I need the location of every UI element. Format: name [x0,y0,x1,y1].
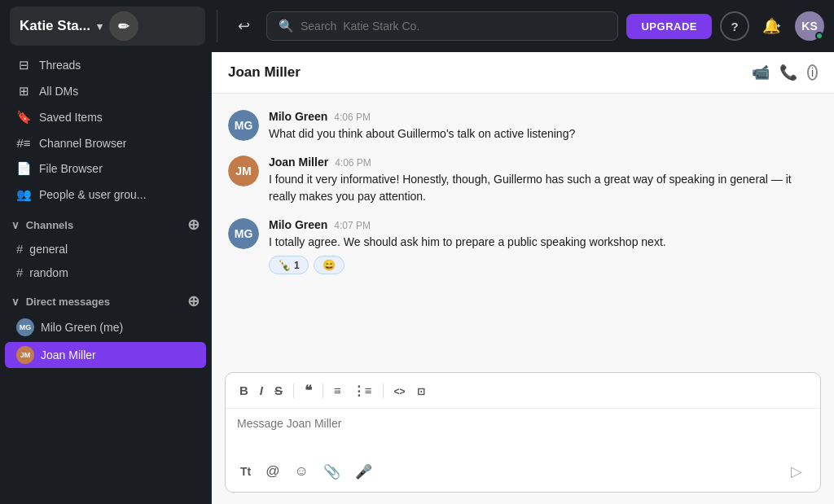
video-call-button[interactable]: 📹 [752,64,770,81]
text-format-button[interactable]: Tt [235,460,256,483]
phone-call-button[interactable]: 📞 [779,64,797,81]
emoji-button[interactable]: ☺ [289,460,313,483]
history-button[interactable]: ↩ [229,11,258,41]
msg-time-1: 4:06 PM [334,112,371,123]
sidebar-item-all-dms[interactable]: ⊞ All DMs [5,79,206,103]
avatar-milo-2: MG [228,218,259,249]
message-1: MG Milo Green 4:06 PM What did you think… [228,110,818,142]
chat-header: Joan Miller 📹 📞 i [212,52,834,94]
sidebar-item-threads[interactable]: ⊟ Threads [5,53,206,77]
help-icon: ? [731,20,738,33]
hash-icon: # [16,242,23,256]
help-button[interactable]: ? [720,11,749,41]
sidebar-item-threads-label: Threads [39,59,81,72]
user-avatar[interactable]: KS [795,11,824,41]
mention-button[interactable]: @ [261,460,284,483]
attach-button[interactable]: 📎 [318,460,345,484]
phone-icon: 📞 [779,64,797,81]
upgrade-button[interactable]: UPGRADE [626,14,712,39]
msg-content-2: Joan Miller 4:06 PM I found it very info… [269,156,818,205]
edit-button[interactable]: ✏ [109,11,138,41]
strikethrough-button[interactable]: S [270,381,287,400]
reaction-smile-emoji: 😄 [323,259,336,271]
reaction-smile[interactable]: 😄 [314,256,345,274]
input-footer-left: Tt @ ☺ 📎 🎤 [235,460,377,484]
search-input[interactable] [301,20,606,33]
sidebar-item-saved-items[interactable]: 🔖 Saved Items [5,105,206,129]
bold-button[interactable]: B [235,381,252,400]
sidebar-item-channel-browser-label: Channel Browser [39,137,126,150]
messages-area: MG Milo Green 4:06 PM What did you think… [212,94,834,372]
all-dms-icon: ⊞ [16,84,31,99]
code-block-button[interactable]: ⊡ [413,381,429,400]
dm-item-joan-miller[interactable]: JM Joan Miller [5,342,206,368]
search-icon: 🔍 [279,19,294,33]
text-format-icon: Tt [240,465,251,478]
msg-header-1: Milo Green 4:06 PM [269,110,818,123]
sidebar-item-file-browser[interactable]: 📄 File Browser [5,156,206,181]
send-icon: ▷ [791,462,802,480]
sidebar-item-channel-browser[interactable]: #≡ Channel Browser [5,131,206,155]
channel-browser-icon: #≡ [16,136,31,150]
channel-general-label: general [29,243,68,256]
reaction-champagne[interactable]: 🍾 1 [269,256,309,274]
sidebar-channel-random[interactable]: # random [5,261,206,283]
workspace-name-text: Katie Sta... [20,18,90,34]
quote-button[interactable]: ❝ [301,379,316,401]
workspace-name[interactable]: Katie Sta... ▾ ✏ [10,7,205,46]
numbered-list-button[interactable]: ⋮≡ [349,381,376,401]
avatar-milo-1: MG [228,110,259,141]
send-button[interactable]: ▷ [783,458,810,485]
add-channel-button[interactable]: ⊕ [187,216,200,234]
input-footer: Tt @ ☺ 📎 🎤 ▷ [226,451,820,492]
toolbar-divider-2 [323,383,323,398]
attach-icon: 📎 [323,464,340,480]
reactions-3: 🍾 1 😄 [269,256,818,274]
message-input[interactable] [226,409,820,451]
emoji-icon: ☺ [294,463,308,479]
input-toolbar: B I S ❝ ≡ ⋮≡ <> ⊡ [226,373,820,409]
toolbar-divider-1 [293,383,294,398]
dm-joan-label: Joan Miller [41,348,96,362]
msg-avatar-joan-1: JM [228,156,259,186]
sidebar-channel-general[interactable]: # general [5,238,206,260]
msg-header-2: Joan Miller 4:06 PM [269,156,818,169]
sidebar-item-saved-items-label: Saved Items [39,111,103,124]
video-icon: 📹 [752,64,770,81]
online-status-dot [815,32,823,40]
dm-collapse-icon: ∨ [11,296,20,308]
info-button[interactable]: i [807,64,818,81]
file-browser-icon: 📄 [16,161,31,176]
audio-button[interactable]: 🎤 [350,460,377,484]
message-3: MG Milo Green 4:07 PM I totally agree. W… [228,218,818,274]
notifications-button[interactable]: 🔔 ✦ [757,11,787,41]
sidebar-item-people-groups[interactable]: 👥 People & user grou... [5,182,206,207]
msg-content-3: Milo Green 4:07 PM I totally agree. We s… [269,218,818,274]
search-bar[interactable]: 🔍 [266,11,618,41]
people-groups-icon: 👥 [16,187,31,202]
msg-content-1: Milo Green 4:06 PM What did you think ab… [269,110,818,142]
saved-items-icon: 🔖 [16,110,31,125]
dm-item-milo-green[interactable]: MG Milo Green (me) [5,314,206,340]
dm-milo-label: Milo Green (me) [41,321,123,334]
add-dm-button[interactable]: ⊕ [187,292,200,310]
message-input-area: B I S ❝ ≡ ⋮≡ <> ⊡ Tt @ [225,372,821,493]
msg-sender-2: Joan Miller [269,156,328,169]
reaction-champagne-emoji: 🍾 [278,259,291,271]
hash-icon: # [16,265,23,279]
italic-button[interactable]: I [256,381,267,400]
channels-section-header[interactable]: ∨ Channels ⊕ [0,208,211,237]
dm-section-title: ∨ Direct messages [11,296,110,308]
channel-random-label: random [29,266,68,279]
sidebar-item-file-browser-label: File Browser [39,162,103,175]
chat-header-actions: 📹 📞 i [752,64,818,81]
msg-text-3: I totally agree. We should ask him to pr… [269,234,818,251]
msg-text-1: What did you think about Guillermo's tal… [269,125,818,142]
upgrade-label: UPGRADE [641,20,697,33]
msg-avatar-milo-2: MG [228,218,259,249]
bullet-list-button[interactable]: ≡ [330,381,345,400]
toolbar-divider-3 [383,383,384,398]
dm-avatar-milo: MG [16,318,34,336]
code-button[interactable]: <> [390,381,410,400]
dm-section-header[interactable]: ∨ Direct messages ⊕ [0,284,211,313]
